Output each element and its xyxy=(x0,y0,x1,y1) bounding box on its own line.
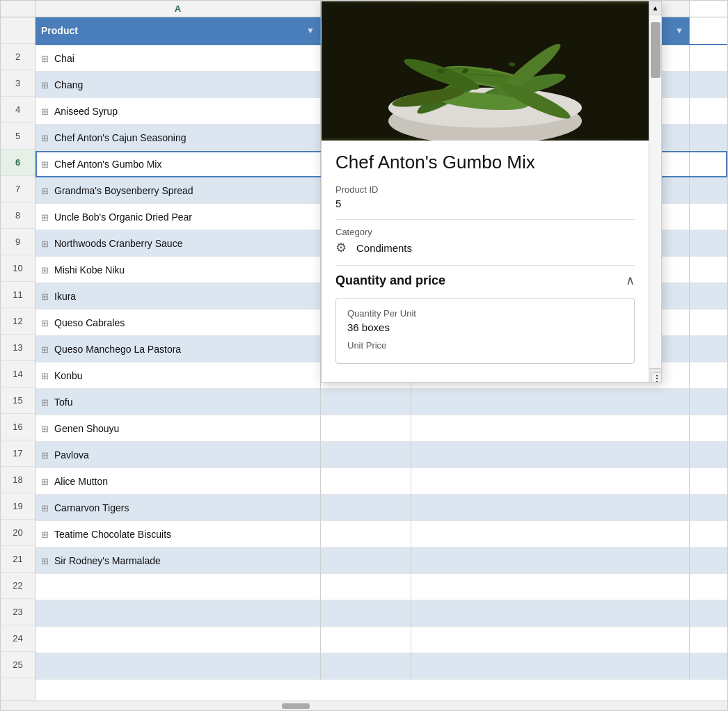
cell-product-10[interactable]: ⊞Mishi Kobe Niku xyxy=(35,257,321,283)
row-num-20[interactable]: 20 xyxy=(1,520,35,546)
corner-cell xyxy=(1,1,35,17)
row-num-4[interactable]: 4 xyxy=(1,97,35,123)
row-num-16[interactable]: 16 xyxy=(1,414,35,440)
header-product[interactable]: Product ▼ xyxy=(35,17,321,44)
cell-productid-15[interactable] xyxy=(321,389,411,415)
table-row[interactable]: ⊞Tofu xyxy=(35,389,727,415)
cell-product-7[interactable]: ⊞Grandma's Boysenberry Spread xyxy=(35,177,321,204)
row-num-12[interactable]: 12 xyxy=(1,308,35,335)
cell-productname-21[interactable] xyxy=(411,548,690,574)
cell-product-19[interactable]: ⊞Carnarvon Tigers xyxy=(35,495,321,521)
cell-product-3[interactable]: ⊞Chang xyxy=(35,72,321,98)
table-row[interactable]: ⊞Pavlova xyxy=(35,442,727,468)
category-row: ⚙ Condiments xyxy=(335,240,635,255)
row-num-21[interactable]: 21 xyxy=(1,546,35,573)
cell-productname-18[interactable] xyxy=(411,468,690,495)
cell-productname-19[interactable] xyxy=(411,495,690,521)
vertical-scrollbar[interactable]: ▲ ▼ xyxy=(649,1,661,382)
cell-productname-17[interactable] xyxy=(411,442,690,468)
horizontal-scrollbar-thumb[interactable] xyxy=(282,703,310,709)
cell-product-16[interactable]: ⊞Genen Shouyu xyxy=(35,415,321,442)
cell-productname-16[interactable] xyxy=(411,415,690,442)
cell-product-5[interactable]: ⊞Chef Anton's Cajun Seasoning xyxy=(35,125,321,151)
row-num-14[interactable]: 14 xyxy=(1,361,35,388)
table-row[interactable] xyxy=(35,574,727,600)
row-num-17[interactable]: 17 xyxy=(1,440,35,467)
cell-productname-15[interactable] xyxy=(411,389,690,415)
row-num-5[interactable]: 5 xyxy=(1,123,35,150)
cell-product-24[interactable] xyxy=(35,627,321,653)
cell-product-4[interactable]: ⊞Aniseed Syrup xyxy=(35,98,321,125)
cell-product-9[interactable]: ⊞Northwoods Cranberry Sauce xyxy=(35,230,321,257)
scrollbar-thumb[interactable] xyxy=(651,22,660,78)
table-row[interactable]: ⊞Sir Rodney's Marmalade xyxy=(35,548,727,574)
row-num-3[interactable]: 3 xyxy=(1,70,35,97)
row-num-23[interactable]: 23 xyxy=(1,599,35,625)
cell-productid-22[interactable] xyxy=(321,574,411,600)
cell-product-8[interactable]: ⊞Uncle Bob's Organic Dried Pear xyxy=(35,204,321,230)
row-num-13[interactable]: 13 xyxy=(1,335,35,361)
table-row[interactable]: ⊞Genen Shouyu xyxy=(35,415,727,442)
cell-product-14[interactable]: ⊞Konbu xyxy=(35,362,321,389)
resize-corner[interactable]: ⋮ xyxy=(651,372,661,382)
product-icon: ⊞ xyxy=(41,397,49,408)
cell-productid-21[interactable] xyxy=(321,548,411,574)
cell-productid-17[interactable] xyxy=(321,442,411,468)
cell-product-6[interactable]: ⊞Chef Anton's Gumbo Mix xyxy=(35,151,321,177)
cell-productid-16[interactable] xyxy=(321,415,411,442)
row-num-25[interactable]: 25 xyxy=(1,652,35,678)
row-num-11[interactable]: 11 xyxy=(1,282,35,308)
cell-product-11[interactable]: ⊞Ikura xyxy=(35,283,321,310)
scrollbar-up-button[interactable]: ▲ xyxy=(649,1,662,15)
header-product-dropdown[interactable]: ▼ xyxy=(301,26,315,35)
scrollbar-track[interactable] xyxy=(649,15,661,368)
table-row[interactable]: ⊞Carnarvon Tigers xyxy=(35,495,727,521)
cell-productid-25[interactable] xyxy=(321,653,411,680)
product-icon: ⊞ xyxy=(41,291,49,302)
row-num-24[interactable]: 24 xyxy=(1,625,35,652)
cell-product-17[interactable]: ⊞Pavlova xyxy=(35,442,321,468)
collapse-button[interactable]: ∧ xyxy=(626,273,635,288)
cell-productname-23[interactable] xyxy=(411,600,690,627)
cell-productid-24[interactable] xyxy=(321,627,411,653)
cell-product-15[interactable]: ⊞Tofu xyxy=(35,389,321,415)
table-row[interactable]: ⊞Teatime Chocolate Biscuits xyxy=(35,521,727,548)
cell-productid-23[interactable] xyxy=(321,600,411,627)
horizontal-scrollbar[interactable] xyxy=(1,701,727,710)
cell-productname-20[interactable] xyxy=(411,521,690,548)
row-num-19[interactable]: 19 xyxy=(1,493,35,520)
cell-productname-22[interactable] xyxy=(411,574,690,600)
table-row[interactable] xyxy=(35,627,727,653)
cell-product-20[interactable]: ⊞Teatime Chocolate Biscuits xyxy=(35,521,321,548)
detail-content[interactable]: Chef Anton's Gumbo Mix Product ID 5 Cate… xyxy=(322,1,649,382)
row-num-10[interactable]: 10 xyxy=(1,255,35,282)
row-num-9[interactable]: 9 xyxy=(1,229,35,255)
table-row[interactable] xyxy=(35,653,727,680)
cell-product-25[interactable] xyxy=(35,653,321,680)
cell-productid-18[interactable] xyxy=(321,468,411,495)
row-num-2[interactable]: 2 xyxy=(1,44,35,70)
cell-productname-24[interactable] xyxy=(411,627,690,653)
cell-productid-19[interactable] xyxy=(321,495,411,521)
cell-product-18[interactable]: ⊞Alice Mutton xyxy=(35,468,321,495)
row-num-8[interactable]: 8 xyxy=(1,202,35,229)
table-row[interactable] xyxy=(35,600,727,627)
row-num-6[interactable]: 6 xyxy=(1,150,35,176)
cell-product-22[interactable] xyxy=(35,574,321,600)
cell-product-23[interactable] xyxy=(35,600,321,627)
col-letter-a[interactable]: A xyxy=(35,1,321,17)
cell-productid-20[interactable] xyxy=(321,521,411,548)
row-num-22[interactable]: 22 xyxy=(1,573,35,599)
row-num-15[interactable]: 15 xyxy=(1,388,35,414)
detail-product-title: Chef Anton's Gumbo Mix xyxy=(335,152,635,173)
row-num-7[interactable]: 7 xyxy=(1,176,35,202)
header-productname-dropdown[interactable]: ▼ xyxy=(670,26,683,35)
table-row[interactable]: ⊞Alice Mutton xyxy=(35,468,727,495)
header-product-label: Product xyxy=(41,25,78,36)
cell-productname-25[interactable] xyxy=(411,653,690,680)
cell-product-21[interactable]: ⊞Sir Rodney's Marmalade xyxy=(35,548,321,574)
cell-product-2[interactable]: ⊞Chai xyxy=(35,45,321,72)
cell-product-13[interactable]: ⊞Queso Manchego La Pastora xyxy=(35,336,321,362)
row-num-18[interactable]: 18 xyxy=(1,467,35,493)
cell-product-12[interactable]: ⊞Queso Cabrales xyxy=(35,310,321,336)
